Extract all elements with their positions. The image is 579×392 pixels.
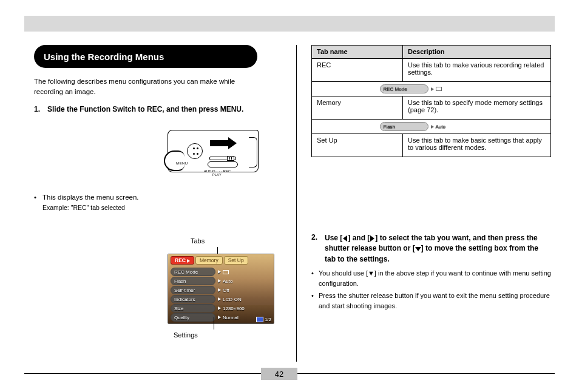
step-number: 2. (311, 233, 325, 265)
menu-tabs: REC Memory Set Up (171, 256, 248, 265)
chevron-right-icon (431, 125, 434, 129)
table-row: Set Up Use this tab to make basic settin… (312, 134, 551, 157)
table-cell-tab: Memory (312, 96, 403, 120)
page-number: 42 (261, 368, 297, 380)
callout-settings-label: Settings (174, 331, 198, 339)
step-text: Use [] and [] to select the tab you want… (325, 233, 551, 265)
bullet-icon: • (311, 291, 319, 311)
tab-description-table: Tab name Description REC Use this tab to… (311, 45, 551, 157)
bullet-icon: • (311, 268, 319, 288)
down-key-icon (415, 247, 421, 251)
step-2-notes: • You should use [▼] in the above step i… (311, 266, 551, 311)
content-columns: Using the Recording Menus The following … (34, 45, 555, 362)
step-1: 1. Slide the Function Switch to REC, and… (34, 105, 257, 113)
chevron-right-icon (218, 288, 221, 292)
chevron-right-icon (218, 306, 221, 310)
menu-row-label: Size (171, 304, 215, 313)
example-row-label: REC Mode (380, 84, 428, 93)
single-shot-icon (223, 270, 229, 274)
bullet-text: This displays the menu screen. (42, 194, 139, 201)
menu-row-size[interactable]: Size 1280×960 (171, 304, 273, 313)
menu-row-label: Indicators (171, 295, 215, 303)
table-row-example: REC Mode (312, 82, 551, 96)
menu-row-selftimer[interactable]: Self-timer Off (171, 286, 273, 294)
callout-settings-line-icon (214, 317, 214, 329)
manual-page: Using the Recording Menus The following … (0, 0, 579, 392)
menu-row-label: Self-timer (171, 286, 215, 294)
right-key-icon (370, 235, 374, 242)
menu-row-flash[interactable]: Flash Auto (171, 277, 273, 285)
table-header-desc: Description (403, 46, 551, 59)
table-example-cell: REC Mode (312, 82, 551, 96)
page-box-icon (256, 317, 263, 322)
menu-page-indicator: 1/2 (256, 317, 271, 322)
menu-row-label: Flash (171, 277, 215, 285)
table-header-tab: Tab name (312, 46, 403, 59)
menu-tab-memory[interactable]: Memory (195, 256, 223, 265)
section-title: Using the Recording Menus (34, 45, 257, 68)
callout-tabs-label: Tabs (191, 237, 205, 245)
menu-row-label: REC Mode (171, 268, 215, 276)
menu-row-value: 1280×960 (218, 304, 273, 313)
note-text: You should use [▼] in the above step if … (319, 268, 551, 288)
single-shot-icon (436, 87, 442, 91)
switch-knob (227, 156, 234, 161)
speaker-icon (187, 143, 203, 159)
example-row-value: Auto (431, 122, 483, 131)
left-key-icon (343, 235, 347, 242)
chevron-right-icon (218, 270, 221, 274)
menu-button-label: MENU (176, 161, 188, 165)
switch-track (208, 161, 238, 167)
menu-row-recmode[interactable]: REC Mode (171, 268, 273, 276)
menu-tab-setup[interactable]: Set Up (224, 256, 248, 265)
chevron-right-icon (187, 259, 190, 263)
table-example-cell: Flash Auto (312, 120, 551, 134)
table-header-row: Tab name Description (312, 46, 551, 59)
menu-tab-rec[interactable]: REC (171, 256, 194, 265)
chevron-right-icon (218, 297, 221, 301)
step-text: Slide the Function Switch to REC, and th… (47, 105, 257, 113)
right-column: Tab name Description REC Use this tab to… (311, 45, 555, 362)
menu-rows: REC Mode Flash Auto Self-timer Off Indic… (171, 268, 273, 322)
header-band (24, 16, 555, 32)
arrow-right-icon (210, 137, 237, 149)
chevron-right-icon (431, 87, 434, 91)
table-cell-desc: Use this tab to make basic settings that… (403, 134, 551, 157)
intro-text: The following describes menu configurati… (34, 76, 257, 98)
left-column: Using the Recording Menus The following … (34, 45, 289, 362)
table-cell-desc: Use this tab to specify mode memory sett… (403, 96, 551, 120)
menu-row-value: Auto (218, 277, 273, 285)
table-cell-tab: REC (312, 59, 403, 82)
table-row: REC Use this tab to make various recordi… (312, 59, 551, 82)
table-row: Memory Use this tab to specify mode memo… (312, 96, 551, 120)
menu-screenshot: REC Memory Set Up REC Mode Flash Auto (168, 254, 274, 324)
example-row-label: Flash (380, 122, 428, 131)
chevron-right-icon (218, 316, 221, 319)
table-cell-tab: Set Up (312, 134, 403, 157)
menu-row-value (218, 268, 273, 276)
table-row-example: Flash Auto (312, 120, 551, 134)
menu-row-label: Quality (171, 313, 215, 322)
table-cell-desc: Use this tab to make various recording r… (403, 59, 551, 82)
switch-labels: AUDIO · · · REC PLAY (204, 169, 231, 177)
camera-diagram: MENU AUDIO · · · REC PLAY (168, 124, 277, 191)
example-row-value (431, 84, 483, 93)
step-number: 1. (34, 105, 47, 113)
column-divider (296, 45, 297, 362)
lens-icon (164, 150, 185, 171)
note-item: • You should use [▼] in the above step i… (311, 268, 551, 288)
chevron-right-icon (218, 279, 221, 283)
menu-row-value: LCD-ON (218, 295, 273, 303)
note-item: • Press the shutter release button if yo… (311, 291, 551, 311)
camera-right-edge (249, 137, 257, 167)
bullet-icon: • (34, 192, 42, 214)
example-label: Example: "REC" tab selected (42, 204, 125, 211)
menu-row-indicators[interactable]: Indicators LCD-ON (171, 295, 273, 303)
menu-row-value: Off (218, 286, 273, 294)
step-1-note: • This displays the menu screen. Example… (34, 192, 257, 214)
note-text: Press the shutter release button if you … (319, 291, 551, 311)
step-2: 2. Use [] and [] to select the tab you w… (311, 233, 551, 265)
